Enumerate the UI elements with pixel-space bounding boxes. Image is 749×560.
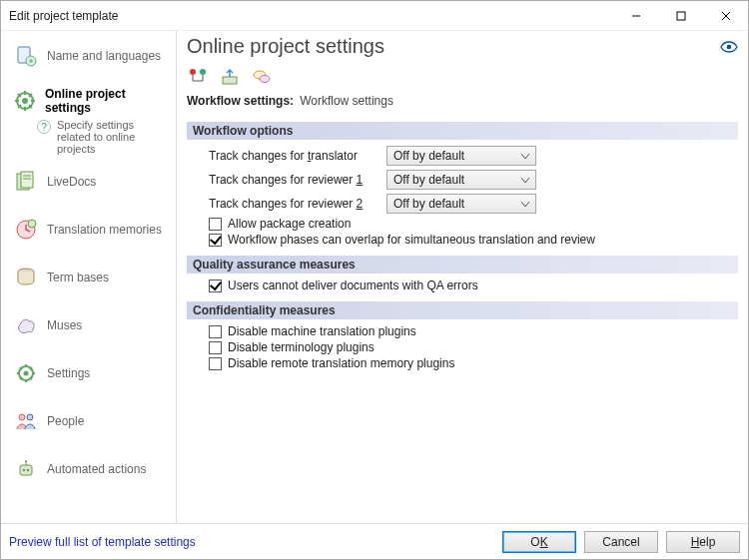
sidebar-item-label: Online project settings [45,87,164,115]
sidebar-item-label: Muses [47,318,82,332]
svg-rect-19 [20,465,32,475]
sidebar-item-label: People [47,414,84,428]
term-bases-icon [13,265,39,290]
livedocs-icon [13,169,39,195]
sidebar-help-text: Specify settings related to online proje… [57,119,168,155]
cancel-button[interactable]: Cancel [584,531,658,553]
window: Edit project template Name and languages [0,0,749,560]
row-track-translator: Track changes for translator Off by defa… [209,144,732,168]
close-button[interactable] [703,1,748,30]
svg-point-32 [260,76,270,83]
svg-point-7 [22,98,28,104]
sidebar-item-livedocs[interactable]: LiveDocs [5,165,172,199]
disable-term-checkbox-row: Disable terminology plugins [209,339,732,355]
section-qa: Quality assurance measures [187,256,738,274]
gear-icon [13,360,39,386]
svg-point-25 [190,69,196,75]
section-workflow-options: Workflow options [187,122,738,140]
document-properties-icon [13,43,39,69]
disable-term-label: Disable terminology plugins [228,340,374,354]
track-reviewer1-label: Track changes for reviewer 1 [209,173,378,187]
export-tool-icon[interactable] [219,66,241,88]
chat-tool-icon[interactable] [251,66,273,88]
automated-actions-icon [13,456,39,482]
overlap-label: Workflow phases can overlap for simultan… [228,233,595,247]
section-workflow-options-body: Track changes for translator Off by defa… [187,140,738,250]
svg-rect-1 [677,12,685,20]
svg-point-16 [24,371,29,376]
sidebar-item-label: Translation memories [47,223,162,237]
sidebar-item-online-project-settings[interactable]: Online project settings [5,83,172,119]
allow-package-label: Allow package creation [228,217,351,231]
window-buttons [613,1,748,30]
main: Online project settings Workflow setting… [177,31,748,523]
body: Name and languages Online project settin… [1,31,748,523]
sidebar-item-settings[interactable]: Settings [5,356,172,390]
help-icon: ? [37,120,51,134]
chevron-down-icon [518,174,532,187]
maximize-button[interactable] [658,1,703,30]
svg-point-20 [23,469,25,471]
overlap-checkbox[interactable] [209,234,222,247]
chevron-down-icon [518,150,532,163]
track-reviewer2-select[interactable]: Off by default [386,194,536,214]
sidebar-item-translation-memories[interactable]: Translation memories [5,213,172,247]
workflow-settings-label: Workflow settings: [187,94,294,108]
sidebar-item-label: Automated actions [47,462,146,476]
sidebar-help: ? Specify settings related to online pro… [1,119,176,161]
qa-deliver-checkbox-row: Users cannot deliver documents with QA e… [209,278,732,293]
minimize-button[interactable] [613,1,658,30]
svg-point-26 [200,69,206,75]
svg-point-13 [28,220,36,228]
section-confidentiality: Confidentiality measures [187,301,738,319]
disable-tm-checkbox[interactable] [209,357,222,370]
allow-package-checkbox[interactable] [209,218,222,231]
sidebar-item-muses[interactable]: Muses [5,308,172,342]
eye-icon[interactable] [720,38,738,56]
track-translator-select[interactable]: Off by default [386,146,536,166]
workflow-settings-line: Workflow settings: Workflow settings [187,92,738,116]
svg-point-23 [25,460,27,462]
disable-tm-checkbox-row: Disable remote translation memory plugin… [209,355,732,371]
disable-tm-label: Disable remote translation memory plugin… [228,356,454,370]
overlap-checkbox-row: Workflow phases can overlap for simultan… [209,232,732,248]
qa-deliver-label: Users cannot deliver documents with QA e… [228,279,478,292]
allow-package-checkbox-row: Allow package creation [209,216,732,232]
sidebar-item-label: LiveDocs [47,175,96,189]
titlebar: Edit project template [1,1,748,31]
sidebar-item-term-bases[interactable]: Term bases [5,261,172,294]
svg-rect-30 [223,77,237,84]
track-reviewer1-select[interactable]: Off by default [386,170,536,190]
track-reviewer2-label: Track changes for reviewer 2 [209,197,378,211]
section-confidentiality-body: Disable machine translation plugins Disa… [187,319,738,373]
sidebar-item-label: Term bases [47,271,109,284]
sidebar-item-name-languages[interactable]: Name and languages [5,39,172,73]
help-button[interactable]: Help [666,531,740,553]
preview-settings-link[interactable]: Preview full list of template settings [9,535,494,549]
qa-deliver-checkbox[interactable] [209,280,222,292]
chevron-down-icon [518,198,532,211]
footer: Preview full list of template settings O… [1,523,748,559]
sidebar-item-people[interactable]: People [5,404,172,438]
ok-button[interactable]: OK [502,531,576,553]
disable-mt-label: Disable machine translation plugins [228,324,416,338]
svg-point-21 [27,469,29,471]
disable-mt-checkbox[interactable] [209,325,222,338]
page-title: Online project settings [187,35,720,58]
row-track-reviewer2: Track changes for reviewer 2 Off by defa… [209,192,732,216]
main-header: Online project settings [187,35,738,58]
disable-mt-checkbox-row: Disable machine translation plugins [209,323,732,339]
sidebar-item-automated-actions[interactable]: Automated actions [5,452,172,486]
workflow-settings-value: Workflow settings [300,94,393,108]
sidebar-item-label: Settings [47,366,90,380]
section-qa-body: Users cannot deliver documents with QA e… [187,274,738,295]
workflow-tool-icon[interactable] [187,66,209,88]
disable-term-checkbox[interactable] [209,341,222,354]
svg-rect-9 [21,172,33,188]
svg-point-24 [727,44,732,49]
svg-point-18 [27,414,33,420]
muses-icon [13,312,39,338]
sidebar-item-label: Name and languages [47,49,161,63]
sidebar: Name and languages Online project settin… [1,31,177,523]
toolbar [187,58,738,92]
